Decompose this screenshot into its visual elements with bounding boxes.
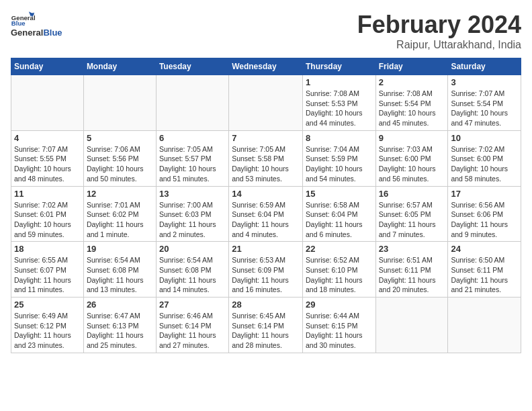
day-number: 11 bbox=[14, 189, 81, 199]
calendar-cell: 27Sunrise: 6:46 AM Sunset: 6:14 PM Dayli… bbox=[156, 298, 228, 353]
calendar-cell: 16Sunrise: 6:57 AM Sunset: 6:05 PM Dayli… bbox=[375, 186, 448, 242]
day-number: 4 bbox=[14, 133, 81, 143]
day-info: Sunrise: 6:50 AM Sunset: 6:11 PM Dayligh… bbox=[451, 255, 518, 295]
day-info: Sunrise: 6:44 AM Sunset: 6:15 PM Dayligh… bbox=[306, 311, 373, 351]
weekday-header: Tuesday bbox=[156, 58, 228, 75]
logo: General Blue GeneralBlue bbox=[11, 11, 62, 38]
calendar-cell bbox=[448, 298, 521, 353]
day-number: 19 bbox=[87, 244, 153, 254]
day-number: 2 bbox=[379, 77, 445, 87]
calendar-cell: 17Sunrise: 6:56 AM Sunset: 6:06 PM Dayli… bbox=[448, 186, 521, 242]
calendar-week-row: 4Sunrise: 7:07 AM Sunset: 5:55 PM Daylig… bbox=[11, 130, 521, 186]
weekday-header-row: SundayMondayTuesdayWednesdayThursdayFrid… bbox=[11, 58, 521, 75]
calendar-cell: 2Sunrise: 7:08 AM Sunset: 5:54 PM Daylig… bbox=[375, 75, 448, 131]
day-number: 7 bbox=[232, 133, 300, 143]
day-number: 22 bbox=[306, 244, 373, 254]
calendar-cell bbox=[375, 298, 448, 353]
calendar-cell: 8Sunrise: 7:04 AM Sunset: 5:59 PM Daylig… bbox=[302, 130, 375, 186]
logo-icon: General Blue bbox=[11, 11, 35, 27]
day-info: Sunrise: 6:54 AM Sunset: 6:08 PM Dayligh… bbox=[159, 255, 226, 295]
calendar-cell: 6Sunrise: 7:05 AM Sunset: 5:57 PM Daylig… bbox=[156, 130, 228, 186]
calendar-cell bbox=[83, 75, 156, 131]
calendar-cell: 28Sunrise: 6:45 AM Sunset: 6:14 PM Dayli… bbox=[229, 298, 303, 353]
calendar-cell: 25Sunrise: 6:49 AM Sunset: 6:12 PM Dayli… bbox=[11, 298, 84, 353]
day-info: Sunrise: 7:04 AM Sunset: 5:59 PM Dayligh… bbox=[306, 144, 373, 184]
day-number: 15 bbox=[306, 189, 373, 199]
calendar-week-row: 18Sunrise: 6:55 AM Sunset: 6:07 PM Dayli… bbox=[11, 242, 521, 298]
calendar-cell: 3Sunrise: 7:07 AM Sunset: 5:54 PM Daylig… bbox=[448, 75, 521, 131]
day-number: 13 bbox=[159, 189, 226, 199]
day-info: Sunrise: 7:06 AM Sunset: 5:56 PM Dayligh… bbox=[87, 144, 153, 184]
calendar-week-row: 11Sunrise: 7:02 AM Sunset: 6:01 PM Dayli… bbox=[11, 186, 521, 242]
day-number: 14 bbox=[232, 189, 300, 199]
calendar-cell: 4Sunrise: 7:07 AM Sunset: 5:55 PM Daylig… bbox=[11, 130, 84, 186]
weekday-header: Saturday bbox=[448, 58, 521, 75]
day-number: 6 bbox=[159, 133, 226, 143]
calendar-cell: 10Sunrise: 7:02 AM Sunset: 6:00 PM Dayli… bbox=[448, 130, 521, 186]
month-title: February 2024 bbox=[357, 11, 521, 39]
day-number: 29 bbox=[306, 300, 373, 310]
calendar-cell: 13Sunrise: 7:00 AM Sunset: 6:03 PM Dayli… bbox=[156, 186, 228, 242]
weekday-header: Friday bbox=[375, 58, 448, 75]
calendar-cell: 5Sunrise: 7:06 AM Sunset: 5:56 PM Daylig… bbox=[83, 130, 156, 186]
weekday-header: Wednesday bbox=[229, 58, 303, 75]
day-info: Sunrise: 7:05 AM Sunset: 5:57 PM Dayligh… bbox=[159, 144, 226, 184]
day-info: Sunrise: 7:03 AM Sunset: 6:00 PM Dayligh… bbox=[379, 144, 445, 184]
day-info: Sunrise: 6:49 AM Sunset: 6:12 PM Dayligh… bbox=[14, 311, 81, 351]
calendar-cell bbox=[229, 75, 303, 131]
day-info: Sunrise: 6:53 AM Sunset: 6:09 PM Dayligh… bbox=[232, 255, 300, 295]
day-info: Sunrise: 6:52 AM Sunset: 6:10 PM Dayligh… bbox=[306, 255, 373, 295]
calendar-cell: 18Sunrise: 6:55 AM Sunset: 6:07 PM Dayli… bbox=[11, 242, 84, 298]
day-number: 17 bbox=[451, 189, 518, 199]
calendar-cell: 24Sunrise: 6:50 AM Sunset: 6:11 PM Dayli… bbox=[448, 242, 521, 298]
calendar-cell: 21Sunrise: 6:53 AM Sunset: 6:09 PM Dayli… bbox=[229, 242, 303, 298]
day-number: 27 bbox=[159, 300, 226, 310]
day-number: 24 bbox=[451, 244, 518, 254]
calendar-cell: 15Sunrise: 6:58 AM Sunset: 6:04 PM Dayli… bbox=[302, 186, 375, 242]
day-info: Sunrise: 7:00 AM Sunset: 6:03 PM Dayligh… bbox=[159, 200, 226, 240]
logo-general: General bbox=[11, 28, 43, 38]
day-number: 26 bbox=[87, 300, 153, 310]
calendar-cell: 23Sunrise: 6:51 AM Sunset: 6:11 PM Dayli… bbox=[375, 242, 448, 298]
day-number: 1 bbox=[306, 77, 373, 87]
day-info: Sunrise: 6:45 AM Sunset: 6:14 PM Dayligh… bbox=[232, 311, 300, 351]
day-info: Sunrise: 7:02 AM Sunset: 6:00 PM Dayligh… bbox=[451, 144, 518, 184]
page-header: General Blue GeneralBlue February 2024 R… bbox=[11, 11, 521, 51]
day-number: 28 bbox=[232, 300, 300, 310]
day-info: Sunrise: 6:55 AM Sunset: 6:07 PM Dayligh… bbox=[14, 255, 81, 295]
day-info: Sunrise: 6:54 AM Sunset: 6:08 PM Dayligh… bbox=[87, 255, 153, 295]
calendar-cell bbox=[156, 75, 228, 131]
logo-blue: Blue bbox=[43, 28, 62, 38]
calendar-cell: 29Sunrise: 6:44 AM Sunset: 6:15 PM Dayli… bbox=[302, 298, 375, 353]
day-info: Sunrise: 7:05 AM Sunset: 5:58 PM Dayligh… bbox=[232, 144, 300, 184]
day-number: 5 bbox=[87, 133, 153, 143]
calendar-cell bbox=[11, 75, 84, 131]
day-info: Sunrise: 6:51 AM Sunset: 6:11 PM Dayligh… bbox=[379, 255, 445, 295]
location-title: Raipur, Uttarakhand, India bbox=[357, 39, 521, 51]
day-info: Sunrise: 6:47 AM Sunset: 6:13 PM Dayligh… bbox=[87, 311, 153, 351]
day-info: Sunrise: 6:57 AM Sunset: 6:05 PM Dayligh… bbox=[379, 200, 445, 240]
calendar-cell: 26Sunrise: 6:47 AM Sunset: 6:13 PM Dayli… bbox=[83, 298, 156, 353]
day-number: 23 bbox=[379, 244, 445, 254]
calendar-table: SundayMondayTuesdayWednesdayThursdayFrid… bbox=[11, 58, 521, 353]
day-info: Sunrise: 7:07 AM Sunset: 5:54 PM Dayligh… bbox=[451, 89, 518, 128]
calendar-cell: 11Sunrise: 7:02 AM Sunset: 6:01 PM Dayli… bbox=[11, 186, 84, 242]
calendar-cell: 12Sunrise: 7:01 AM Sunset: 6:02 PM Dayli… bbox=[83, 186, 156, 242]
weekday-header: Sunday bbox=[11, 58, 84, 75]
day-number: 21 bbox=[232, 244, 300, 254]
calendar-cell: 9Sunrise: 7:03 AM Sunset: 6:00 PM Daylig… bbox=[375, 130, 448, 186]
day-number: 10 bbox=[451, 133, 518, 143]
day-number: 12 bbox=[87, 189, 153, 199]
day-info: Sunrise: 6:46 AM Sunset: 6:14 PM Dayligh… bbox=[159, 311, 226, 351]
calendar-cell: 7Sunrise: 7:05 AM Sunset: 5:58 PM Daylig… bbox=[229, 130, 303, 186]
svg-text:Blue: Blue bbox=[11, 19, 26, 27]
day-info: Sunrise: 6:59 AM Sunset: 6:04 PM Dayligh… bbox=[232, 200, 300, 240]
title-area: February 2024 Raipur, Uttarakhand, India bbox=[357, 11, 521, 51]
day-number: 9 bbox=[379, 133, 445, 143]
day-number: 3 bbox=[451, 77, 518, 87]
calendar-week-row: 25Sunrise: 6:49 AM Sunset: 6:12 PM Dayli… bbox=[11, 298, 521, 353]
calendar-cell: 14Sunrise: 6:59 AM Sunset: 6:04 PM Dayli… bbox=[229, 186, 303, 242]
day-info: Sunrise: 7:02 AM Sunset: 6:01 PM Dayligh… bbox=[14, 200, 81, 240]
day-number: 16 bbox=[379, 189, 445, 199]
day-info: Sunrise: 7:01 AM Sunset: 6:02 PM Dayligh… bbox=[87, 200, 153, 240]
